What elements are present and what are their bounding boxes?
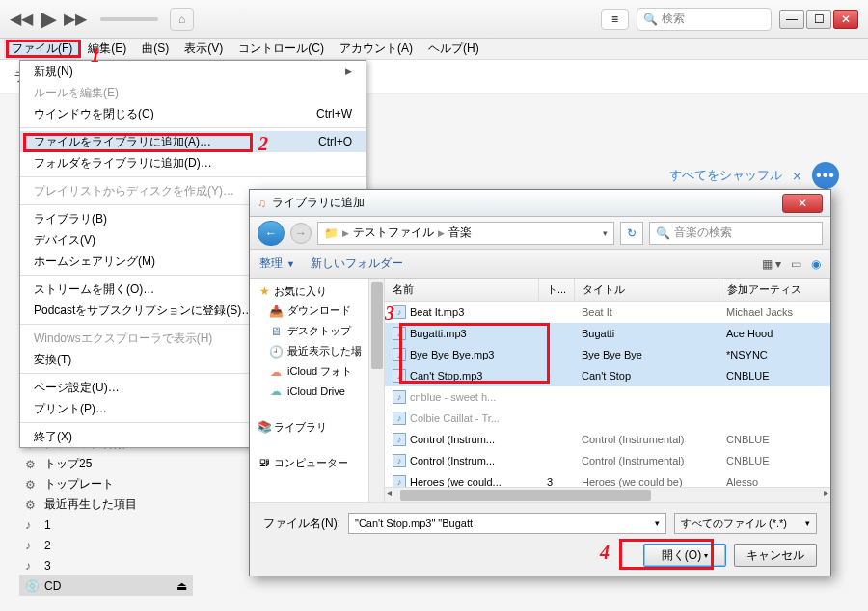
search-icon: 🔍 bbox=[656, 226, 670, 240]
library-icon: 📚 bbox=[258, 420, 271, 434]
callout-4: 4 bbox=[600, 542, 610, 564]
menu-song[interactable]: 曲(S) bbox=[134, 39, 176, 59]
open-button[interactable]: 開く(O)▾ bbox=[643, 544, 726, 567]
dialog-sidebar-item[interactable]: ☁iCloud Drive bbox=[250, 382, 384, 401]
view-button[interactable]: ▦ ▾ bbox=[762, 257, 781, 271]
playlist-sidebar: ⚙クラシック音楽⚙トップ25⚙トップレート⚙最近再生した項目♪1♪2♪3💿CD⏏ bbox=[19, 434, 193, 596]
shuffle-all-link[interactable]: すべてをシャッフル bbox=[669, 167, 782, 184]
filename-input[interactable]: "Can't Stop.mp3" "Bugatt▾ bbox=[348, 513, 666, 534]
cancel-button[interactable]: キャンセル bbox=[734, 544, 817, 567]
sidebar-scrollbar[interactable] bbox=[368, 279, 384, 502]
playlist-item[interactable]: ⚙トップ25 bbox=[19, 454, 193, 474]
playlist-item[interactable]: ⚙最近再生した項目 bbox=[19, 494, 193, 515]
sidebar-favorites[interactable]: お気に入り bbox=[274, 285, 327, 297]
dialog-sidebar: ★ お気に入り 📥ダウンロード🖥デスクトップ🕘最近表示した場☁iCloud フォ… bbox=[250, 279, 385, 502]
file-row[interactable]: ♪Beat It.mp3Beat ItMichael Jacks bbox=[385, 302, 830, 323]
help-button[interactable]: ◉ bbox=[811, 257, 821, 271]
next-button[interactable]: ▶▶ bbox=[64, 8, 87, 31]
menu-item[interactable]: 新規(N) bbox=[20, 61, 366, 82]
playlist-item[interactable]: ♪2 bbox=[19, 535, 193, 555]
star-icon: ★ bbox=[258, 284, 271, 298]
dialog-sidebar-item[interactable]: 🕘最近表示した場 bbox=[250, 341, 384, 361]
search-input[interactable]: 🔍 検索 bbox=[637, 8, 772, 31]
menu-control[interactable]: コントロール(C) bbox=[231, 39, 332, 59]
dialog-titlebar: ♫ ライブラリに追加 ✕ bbox=[250, 190, 830, 217]
file-list-pane: 名前 ト... タイトル 参加アーティス ♪Beat It.mp3Beat It… bbox=[385, 279, 830, 502]
callout-3: 3 bbox=[385, 303, 394, 325]
menu-file[interactable]: ファイル(F) bbox=[4, 39, 80, 59]
col-name[interactable]: 名前 bbox=[385, 279, 539, 301]
shuffle-icon: ⤨ bbox=[792, 169, 802, 183]
filter-select[interactable]: すべてのファイル (*.*)▾ bbox=[674, 513, 817, 534]
playlist-item[interactable]: 💿CD⏏ bbox=[19, 575, 193, 596]
file-row[interactable]: ♪cnblue - sweet h... bbox=[385, 386, 830, 408]
menu-item[interactable]: ウインドウを閉じる(C)Ctrl+W bbox=[20, 103, 366, 124]
file-row[interactable]: ♪Bugatti.mp3BugattiAce Hood bbox=[385, 323, 830, 344]
newfolder-button[interactable]: 新しいフォルダー bbox=[311, 255, 403, 272]
file-row[interactable]: ♪Colbie Caillat - Tr... bbox=[385, 408, 830, 429]
list-view-button[interactable]: ≡ bbox=[601, 9, 629, 30]
menu-account[interactable]: アカウント(A) bbox=[332, 39, 420, 59]
search-placeholder: 検索 bbox=[662, 11, 685, 27]
refresh-button[interactable]: ↻ bbox=[620, 222, 643, 245]
menu-item[interactable]: フォルダをライブラリに追加(D)… bbox=[20, 152, 366, 173]
titlebar: ◀◀ ▶ ▶▶ ⌂ ≡ 🔍 検索 — ☐ ✕ bbox=[0, 0, 868, 39]
playlist-item[interactable]: ♪1 bbox=[19, 515, 193, 535]
menu-edit[interactable]: 編集(E) bbox=[80, 39, 134, 59]
menu-item[interactable]: ファイルをライブラリに追加(A)…Ctrl+O bbox=[20, 131, 366, 152]
file-row[interactable]: ♪Bye Bye Bye.mp3Bye Bye Bye*NSYNC bbox=[385, 344, 830, 365]
file-row[interactable]: ♪Control (Instrum...Control (Instrumenta… bbox=[385, 429, 830, 450]
dialog-title: ライブラリに追加 bbox=[272, 195, 365, 211]
itunes-icon: ♫ bbox=[258, 197, 266, 210]
maximize-button[interactable]: ☐ bbox=[806, 10, 831, 29]
organize-button[interactable]: 整理▼ bbox=[259, 255, 295, 272]
file-open-dialog: ♫ ライブラリに追加 ✕ ← → 📁 ▶ テストファイル ▶ 音楽 ▾ ↻ 🔍 … bbox=[249, 189, 831, 576]
file-row[interactable]: ♪Can't Stop.mp3Can't StopCNBLUE bbox=[385, 365, 830, 386]
file-row[interactable]: ♪Heroes (we could...3Heroes (we could be… bbox=[385, 471, 830, 487]
dialog-navbar: ← → 📁 ▶ テストファイル ▶ 音楽 ▾ ↻ 🔍 音楽の検索 bbox=[250, 217, 830, 250]
dialog-search-input[interactable]: 🔍 音楽の検索 bbox=[649, 222, 823, 245]
filename-label: ファイル名(N): bbox=[263, 516, 340, 532]
play-button[interactable]: ▶ bbox=[37, 8, 60, 31]
playlist-item[interactable]: ⚙トップレート bbox=[19, 474, 193, 494]
folder-icon: 📁 bbox=[324, 226, 339, 240]
preview-button[interactable]: ▭ bbox=[791, 257, 801, 271]
breadcrumb[interactable]: 📁 ▶ テストファイル ▶ 音楽 ▾ bbox=[317, 222, 614, 245]
dialog-close-button[interactable]: ✕ bbox=[782, 194, 823, 213]
breadcrumb-segment[interactable]: テストファイル bbox=[353, 225, 434, 241]
minimize-button[interactable]: — bbox=[779, 10, 804, 29]
nav-back-button[interactable]: ← bbox=[258, 221, 285, 246]
more-button[interactable]: ••• bbox=[812, 162, 839, 189]
nav-forward-button[interactable]: → bbox=[290, 223, 312, 244]
dialog-sidebar-item[interactable]: 🖥デスクトップ bbox=[250, 321, 384, 341]
col-title[interactable]: タイトル bbox=[575, 279, 719, 301]
menu-help[interactable]: ヘルプ(H) bbox=[420, 39, 487, 59]
file-hscrollbar[interactable]: ◂ ▸ bbox=[385, 487, 830, 502]
menu-item: ルールを編集(E) bbox=[20, 82, 366, 103]
callout-2: 2 bbox=[258, 133, 268, 155]
computer-icon: 🖳 bbox=[258, 456, 271, 469]
callout-1: 1 bbox=[91, 44, 100, 66]
volume-slider[interactable] bbox=[100, 17, 158, 21]
breadcrumb-segment[interactable]: 音楽 bbox=[448, 225, 472, 241]
playback-controls: ◀◀ ▶ ▶▶ ⌂ bbox=[0, 8, 203, 31]
playlist-item[interactable]: ♪3 bbox=[19, 555, 193, 575]
col-track[interactable]: ト... bbox=[539, 279, 575, 301]
search-icon: 🔍 bbox=[643, 13, 658, 26]
file-row[interactable]: ♪Control (Instrum...Control (Instrumenta… bbox=[385, 450, 830, 471]
dialog-sidebar-item[interactable]: 📥ダウンロード bbox=[250, 301, 384, 321]
col-artist[interactable]: 参加アーティス bbox=[719, 279, 830, 301]
dialog-sidebar-item[interactable]: ☁iCloud フォト bbox=[250, 361, 384, 382]
sidebar-library[interactable]: ライブラリ bbox=[274, 421, 327, 433]
sidebar-computer[interactable]: コンピューター bbox=[274, 457, 348, 468]
dialog-toolbar: 整理▼ 新しいフォルダー ▦ ▾ ▭ ◉ bbox=[250, 250, 830, 279]
airplay-button[interactable]: ⌂ bbox=[170, 8, 194, 31]
dialog-search-placeholder: 音楽の検索 bbox=[674, 225, 732, 241]
close-button[interactable]: ✕ bbox=[833, 10, 858, 29]
menubar: ファイル(F) 編集(E) 曲(S) 表示(V) コントロール(C) アカウント… bbox=[0, 39, 868, 60]
prev-button[interactable]: ◀◀ bbox=[10, 8, 33, 31]
menu-view[interactable]: 表示(V) bbox=[176, 39, 231, 59]
